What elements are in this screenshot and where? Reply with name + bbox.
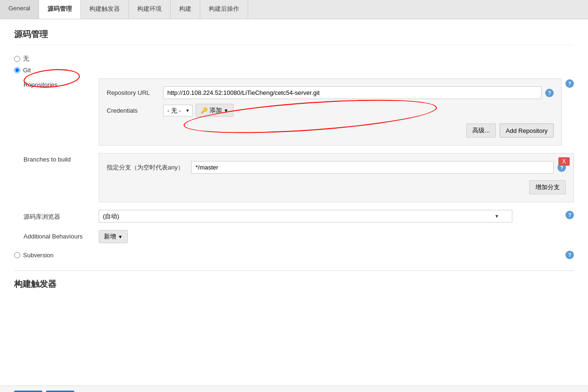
branches-box: X 指定分支（为空时代表any） ? 增加分支 [99, 153, 574, 202]
scm-none-label: 无 [23, 54, 29, 63]
tab-general[interactable]: General [0, 0, 39, 19]
git-section: Repositories Repository URL ? Credential… [24, 78, 574, 243]
scm-svn-label: Subversion [23, 252, 54, 259]
repo-url-label: Repository URL [107, 89, 163, 96]
repo-url-row: Repository URL ? [107, 86, 554, 99]
repo-actions: 高级... Add Repository [107, 123, 554, 138]
advanced-button[interactable]: 高级... [466, 123, 496, 138]
remove-branch-button[interactable]: X [558, 157, 570, 166]
page-wrapper: General 源码管理 构建触发器 构建环境 构建 构建后操作 源码管理 无 … [0, 0, 588, 392]
scm-git-radio[interactable] [14, 67, 20, 73]
add-behaviour-button[interactable]: 新增 ▼ [99, 230, 128, 243]
branch-input[interactable] [191, 161, 554, 174]
scm-svn-radio[interactable] [14, 252, 20, 258]
source-browser-label: 源码库浏览器 [24, 210, 99, 221]
repositories-help-icon[interactable]: ? [565, 79, 574, 88]
credentials-row: Credentials - 无 - ▼ 🔑 添加 ▼ [107, 104, 554, 117]
tab-post-build[interactable]: 构建后操作 [200, 0, 248, 19]
tab-scm[interactable]: 源码管理 [39, 0, 81, 19]
bottom-bar: 保存 应用 用 副本） https://blog.csdn.net/eagleu… [0, 385, 588, 392]
additional-behaviours-section: Additional Behaviours 新增 ▼ [24, 230, 574, 243]
main-content: 源码管理 无 Git Repositories Repo [0, 19, 588, 385]
build-triggers-heading: 构建触发器 [14, 278, 574, 290]
credentials-select[interactable]: - 无 - [163, 105, 193, 116]
additional-behaviours-content: 新增 ▼ [99, 230, 574, 243]
scm-options: 无 Git [14, 54, 574, 74]
add-branch-row: 增加分支 [107, 180, 566, 194]
repo-box: Repository URL ? Credentials - 无 - [99, 78, 562, 146]
tab-build-env[interactable]: 构建环境 [129, 0, 171, 19]
scm-git-label: Git [23, 67, 31, 74]
credentials-select-wrapper: - 无 - ▼ [163, 105, 193, 116]
branches-label: Branches to build [24, 153, 99, 163]
source-browser-help-icon[interactable]: ? [565, 211, 574, 219]
source-browser-section: 源码库浏览器 (自动) ▼ ? [24, 210, 574, 223]
add-repository-button[interactable]: Add Repository [500, 123, 554, 138]
branches-section: Branches to build X 指定分支（为空时代表any） ? 增加分… [24, 153, 574, 202]
key-icon: 🔑 [201, 107, 208, 114]
subversion-row: Subversion ? [14, 251, 574, 259]
browser-select-wrapper: (自动) ▼ [99, 210, 512, 223]
add-credentials-button[interactable]: 🔑 添加 ▼ [196, 104, 234, 117]
add-credentials-dropdown-icon: ▼ [224, 108, 228, 113]
repositories-content: Repository URL ? Credentials - 无 - [99, 78, 562, 146]
branches-content: X 指定分支（为空时代表any） ? 增加分支 [99, 153, 574, 202]
additional-behaviours-label: Additional Behaviours [24, 230, 99, 240]
add-credentials-label: 添加 [210, 106, 222, 115]
additional-row: 新增 ▼ [99, 230, 574, 243]
source-browser-content: (自动) ▼ [99, 210, 562, 223]
repo-url-input[interactable] [163, 86, 541, 99]
credentials-label: Credentials [107, 107, 163, 114]
tab-bar: General 源码管理 构建触发器 构建环境 构建 构建后操作 [0, 0, 588, 19]
scm-git-row: Git [14, 67, 574, 74]
add-behaviour-label: 新增 [104, 232, 116, 241]
build-triggers-section: 构建触发器 [14, 270, 574, 290]
add-branch-button[interactable]: 增加分支 [529, 180, 566, 194]
repositories-label: Repositories [24, 78, 99, 88]
add-behaviour-dropdown-icon: ▼ [118, 234, 123, 239]
branch-row: 指定分支（为空时代表any） ? [107, 161, 566, 174]
subversion-help-icon[interactable]: ? [565, 251, 574, 259]
scm-none-row: 无 [14, 54, 574, 63]
branch-specify-label: 指定分支（为空时代表any） [107, 163, 184, 172]
tab-build[interactable]: 构建 [171, 0, 200, 19]
tab-build-triggers[interactable]: 构建触发器 [81, 0, 129, 19]
repositories-section: Repositories Repository URL ? Credential… [24, 78, 574, 146]
page-title: 源码管理 [14, 29, 574, 45]
repo-url-help-icon[interactable]: ? [545, 89, 554, 97]
scm-none-radio[interactable] [14, 56, 20, 62]
source-browser-select[interactable]: (自动) [99, 210, 512, 223]
